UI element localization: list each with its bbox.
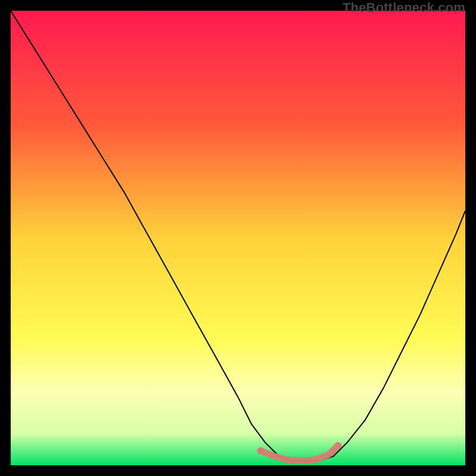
chart-area [11,11,465,465]
chart-svg [11,11,465,465]
optimal-zone-end-dot [334,442,342,449]
optimal-zone-end-dot [257,447,264,455]
watermark-text: TheBottleneck.com [343,0,465,15]
